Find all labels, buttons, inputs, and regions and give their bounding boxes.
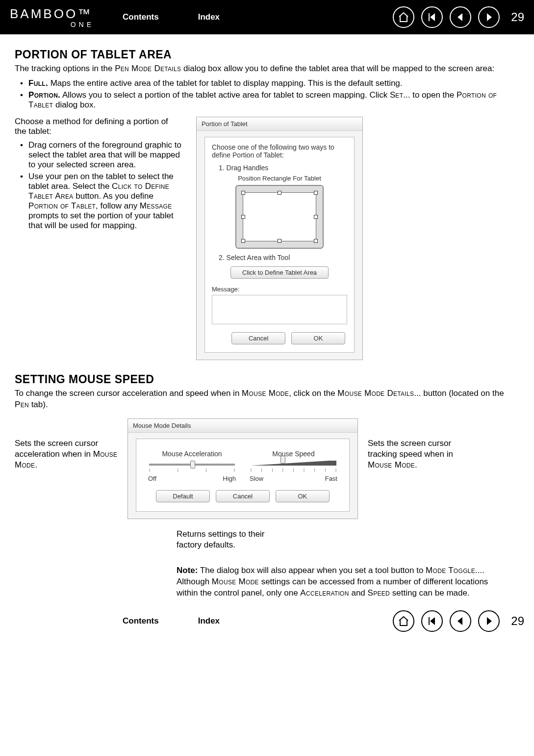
message-label: Message: [212, 286, 347, 293]
handle-icon[interactable] [241, 239, 245, 243]
next-page-icon[interactable] [478, 6, 500, 28]
default-button[interactable]: Default [156, 490, 210, 502]
heading-portion: PORTION OF TABLET AREA [15, 48, 519, 61]
annotation-speed: Sets the screen cursor tracking speed wh… [368, 438, 471, 470]
speed-slow: Slow [250, 475, 263, 482]
portion-dialog: Portion of Tablet Choose one of the foll… [196, 117, 363, 360]
annotation-accel: Sets the screen cursor acceleration when… [15, 438, 118, 470]
contents-link-bottom[interactable]: Contents [123, 616, 159, 626]
portion-dialog-title: Portion of Tablet [197, 117, 362, 131]
speed-slider[interactable] [251, 461, 336, 466]
note-text: Note: The dialog box will also appear wh… [177, 565, 510, 599]
portion-ok-button[interactable]: OK [291, 332, 345, 344]
message-box [212, 295, 347, 324]
mouse-dialog-panel: Mouse Acceleration |||| Off High Mous [136, 439, 350, 512]
slider-thumb-icon[interactable] [280, 456, 285, 464]
tracking-options-list: Full. Maps the entire active area of the… [15, 78, 519, 110]
footer-bar: Contents Index 29 [0, 604, 534, 638]
handle-icon[interactable] [278, 191, 281, 195]
annotation-default: Returns settings to their factory defaul… [177, 529, 284, 550]
speed-label: Mouse Speed [248, 450, 339, 458]
logo-sub: ONE [10, 21, 103, 28]
intro-portion: The tracking options in the Pen Mode Det… [15, 63, 519, 75]
page-number-bottom: 29 [509, 614, 524, 628]
handle-icon[interactable] [314, 191, 318, 195]
contents-link-top[interactable]: Contents [123, 12, 159, 22]
index-link-bottom[interactable]: Index [198, 616, 220, 626]
position-caption: Position Rectangle For Tablet [212, 175, 347, 182]
mouse-ok-button[interactable]: OK [276, 490, 330, 502]
prev-page-icon[interactable] [450, 6, 471, 28]
speed-slider-col: Mouse Speed ||||||||| Slow Fast [248, 450, 339, 482]
click-define-button[interactable]: Click to Define Tablet Area [230, 266, 329, 279]
accel-high: High [223, 475, 236, 482]
handle-icon[interactable] [241, 191, 245, 195]
left-bullet-1: Drag corners of the foreground graphic t… [15, 140, 181, 170]
intro-mouse-speed: To change the screen cursor acceleration… [15, 388, 519, 411]
first-page-icon[interactable] [421, 610, 443, 632]
drag-rectangle[interactable] [243, 192, 316, 241]
next-page-icon[interactable] [478, 610, 500, 632]
accel-slider[interactable] [149, 464, 235, 466]
logo: BAMBOO™ ONE [10, 6, 103, 28]
left-bullet-2: Use your pen on the tablet to select the… [15, 172, 181, 231]
portion-dialog-panel: Choose one of the following two ways to … [204, 137, 355, 353]
slider-thumb-icon[interactable] [190, 461, 195, 469]
speed-fast: Fast [325, 475, 337, 482]
first-page-icon[interactable] [421, 6, 443, 28]
handle-icon[interactable] [241, 215, 245, 219]
accel-slider-col: Mouse Acceleration |||| Off High [146, 450, 238, 482]
page-content: PORTION OF TABLET AREA The tracking opti… [0, 34, 534, 604]
left-annotations: Choose a method for defining a portion o… [15, 117, 181, 233]
logo-main: BAMBOO™ [10, 6, 103, 22]
handle-icon[interactable] [278, 239, 281, 243]
home-icon[interactable] [393, 610, 414, 632]
portion-cancel-button[interactable]: Cancel [231, 332, 285, 344]
mouse-dialog-title: Mouse Mode Details [128, 419, 357, 433]
handle-icon[interactable] [314, 239, 318, 243]
mouse-cancel-button[interactable]: Cancel [216, 490, 270, 502]
index-link-top[interactable]: Index [198, 12, 220, 22]
option-full: Full. Maps the entire active area of the… [15, 78, 519, 88]
tablet-frame [235, 185, 324, 249]
mouse-mode-dialog: Mouse Mode Details Mouse Acceleration ||… [127, 418, 358, 519]
accel-off: Off [148, 475, 156, 482]
nav-icons-bottom [393, 610, 500, 632]
page-number-top: 29 [509, 10, 524, 24]
nav-icons-top [393, 6, 500, 28]
step1-label: 1. Drag Handles [219, 164, 347, 172]
accel-label: Mouse Acceleration [146, 450, 238, 458]
step2-label: 2. Select Area with Tool [219, 254, 347, 261]
header-bar: BAMBOO™ ONE Contents Index 29 [0, 0, 534, 34]
left-intro: Choose a method for defining a portion o… [15, 117, 181, 136]
option-portion: Portion. Allows you to select a portion … [15, 90, 519, 110]
heading-mouse-speed: SETTING MOUSE SPEED [15, 373, 519, 386]
handle-icon[interactable] [314, 215, 318, 219]
prev-page-icon[interactable] [450, 610, 471, 632]
portion-instruction: Choose one of the following two ways to … [212, 143, 347, 159]
home-icon[interactable] [393, 6, 414, 28]
